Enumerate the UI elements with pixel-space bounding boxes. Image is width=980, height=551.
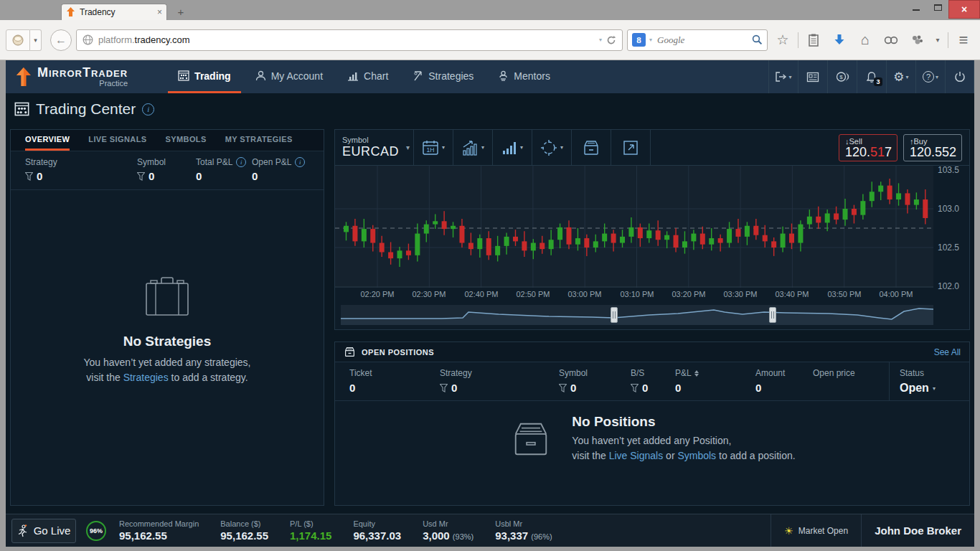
- funnel-icon[interactable]: [25, 172, 33, 181]
- window-titlebar: Tradency × + ×: [0, 0, 980, 20]
- see-all-link[interactable]: See All: [934, 347, 961, 357]
- nav-item-strategies[interactable]: Strategies: [402, 60, 484, 93]
- stat-used-margin: Usd Mr3,000 (93%): [423, 519, 473, 542]
- chart-type-button[interactable]: ▾: [453, 130, 493, 165]
- logout-button[interactable]: ▾: [768, 60, 798, 93]
- newspaper-icon: [806, 72, 819, 83]
- symbols-link[interactable]: Symbols: [677, 450, 716, 461]
- brand-mode-label: Practice: [99, 79, 128, 88]
- orders-drawer-button[interactable]: [572, 130, 611, 165]
- chart-navigator[interactable]: [341, 305, 933, 325]
- funnel-icon[interactable]: [440, 384, 448, 392]
- funds-button[interactable]: $: [827, 60, 857, 93]
- url-text: platform.tradency.com: [98, 34, 190, 45]
- brand-logo[interactable]: MirrorTrader Practice: [6, 60, 138, 93]
- bar-chart-icon: [347, 71, 359, 81]
- tab-symbols[interactable]: SYMBOLS: [166, 130, 207, 151]
- market-status: ☀ Market Open: [771, 514, 861, 547]
- sort-icon[interactable]: [694, 370, 699, 377]
- menu-dropdown-icon[interactable]: ▾: [30, 29, 42, 51]
- timeframe-button[interactable]: 1H ▾: [414, 130, 453, 165]
- minimize-button[interactable]: [905, 0, 927, 14]
- url-bar[interactable]: platform.tradency.com ▾: [76, 29, 623, 51]
- funnel-icon[interactable]: [137, 172, 145, 181]
- home-icon[interactable]: ⌂: [854, 29, 876, 51]
- nav-item-mentors[interactable]: Mentors: [488, 60, 560, 93]
- search-box[interactable]: 8 ▾: [627, 29, 768, 51]
- search-engine-dropdown-icon[interactable]: ▾: [649, 37, 652, 43]
- tab-overview[interactable]: OVERVIEW: [25, 130, 70, 151]
- notifications-button[interactable]: 3: [857, 60, 886, 93]
- reload-icon[interactable]: [606, 35, 616, 45]
- chevron-down-icon: ▾: [520, 144, 523, 151]
- close-button[interactable]: ×: [948, 0, 980, 19]
- funnel-icon[interactable]: [631, 384, 639, 392]
- go-live-button[interactable]: Go Live: [11, 519, 76, 543]
- open-positions-panel: OPEN POSITIONS See All Ticket0 Strategy …: [334, 342, 970, 506]
- nav-item-chart[interactable]: Chart: [337, 60, 398, 93]
- page-title-text: Trading Center: [36, 100, 136, 118]
- search-icon[interactable]: [752, 34, 763, 45]
- tab-close-icon[interactable]: ×: [157, 7, 162, 17]
- news-button[interactable]: [798, 60, 827, 93]
- volume-button[interactable]: ▾: [493, 130, 532, 165]
- strategies-panel: OVERVIEW LIVE SIGNALS SYMBOLS MY STRATEG…: [10, 129, 324, 506]
- stat-balance: Balance ($)95,162.55: [220, 519, 268, 542]
- account-footer: Go Live 96% Recommended Margin95,162.55 …: [6, 514, 974, 547]
- funnel-icon[interactable]: [559, 384, 567, 392]
- symbol-selector[interactable]: Symbol EURCAD ▾: [335, 130, 414, 165]
- briefcase-icon: [143, 273, 191, 318]
- strategies-link[interactable]: Strategies: [123, 372, 169, 383]
- maximize-button[interactable]: [927, 0, 948, 14]
- col-amount: Amount0: [755, 362, 813, 400]
- info-icon[interactable]: i: [236, 157, 246, 167]
- cup-icon: [11, 34, 24, 47]
- browser-menu-button[interactable]: [6, 29, 30, 51]
- tab-my-strategies[interactable]: MY STRATEGIES: [225, 130, 293, 151]
- stat-open-pl: Open P&Li 0: [252, 157, 305, 182]
- overview-stats: Strategy 0 Symbol 0 Total P&Li 0 Open P&…: [11, 151, 324, 190]
- url-dropdown-icon[interactable]: ▾: [599, 37, 602, 43]
- search-input[interactable]: [656, 34, 748, 47]
- navigator-handle-right[interactable]: [769, 307, 776, 323]
- settings-button[interactable]: ⚙ ▾: [886, 60, 915, 93]
- live-signals-link[interactable]: Live Signals: [609, 450, 664, 461]
- y-tick: 103.0: [938, 204, 969, 214]
- app-viewport: MirrorTrader Practice Trading My Account: [6, 60, 974, 547]
- tab-live-signals[interactable]: LIVE SIGNALS: [88, 130, 146, 151]
- new-tab-button[interactable]: +: [172, 6, 189, 19]
- browser-tab[interactable]: Tradency ×: [61, 4, 167, 20]
- search-engine-icon[interactable]: 8: [632, 33, 646, 47]
- expand-chart-button[interactable]: [611, 130, 651, 165]
- back-button[interactable]: ←: [50, 29, 72, 51]
- x-tick: 03:10 PM: [614, 290, 660, 298]
- help-button[interactable]: ? ▾: [915, 60, 945, 93]
- runner-icon: [17, 524, 29, 537]
- info-icon[interactable]: i: [295, 157, 305, 167]
- toolbar-divider: [798, 32, 798, 48]
- navigator-handle-left[interactable]: [611, 307, 618, 323]
- status-filter[interactable]: Status Open▾: [889, 362, 969, 400]
- bookmark-star-icon[interactable]: ☆: [772, 29, 793, 51]
- candlestick-chart[interactable]: [335, 166, 933, 288]
- y-tick: 102.5: [938, 242, 969, 253]
- clipboard-icon[interactable]: [803, 29, 824, 51]
- link-icon[interactable]: [880, 29, 902, 51]
- downloads-icon[interactable]: [829, 29, 850, 51]
- brand-name: MirrorTrader: [37, 66, 128, 79]
- power-button[interactable]: [945, 60, 974, 93]
- crosshair-button[interactable]: ▾: [532, 130, 572, 165]
- nav-item-trading[interactable]: Trading: [168, 60, 241, 93]
- nav-label: Chart: [364, 70, 388, 82]
- col-open-price: Open price: [813, 362, 889, 400]
- toolbar-overflow-icon[interactable]: ▾: [932, 29, 943, 51]
- addon-icon[interactable]: [906, 29, 928, 51]
- hamburger-menu-icon[interactable]: ≡: [953, 29, 974, 51]
- chart-toolbar: Symbol EURCAD ▾ 1H ▾: [335, 130, 969, 166]
- buy-button[interactable]: ↑Buy 120.552: [903, 134, 962, 161]
- sell-button[interactable]: ↓Sell 120.517: [839, 134, 897, 161]
- x-tick: 03:40 PM: [769, 290, 815, 298]
- nav-item-my-account[interactable]: My Account: [245, 60, 333, 93]
- info-icon[interactable]: i: [142, 103, 154, 116]
- broker-name[interactable]: John Doe Broker: [861, 514, 974, 547]
